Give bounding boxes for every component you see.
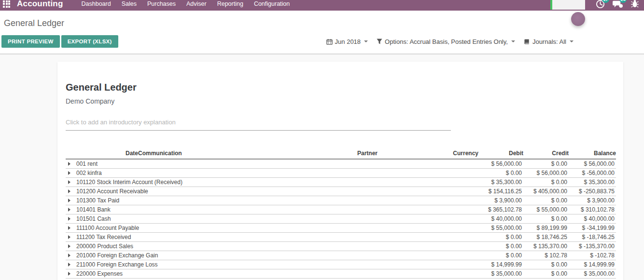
- ledger-row[interactable]: 220000 Expenses $ 35,000.00 $ 0.00 $ 35,…: [66, 269, 616, 278]
- balance-cell: $ -56,000.00: [569, 168, 616, 177]
- account-label[interactable]: 211000 Foreign Exchange Loss: [76, 260, 437, 269]
- balance-cell: $ -18,746.25: [569, 232, 616, 241]
- ledger-row[interactable]: 001 rent $ 56,000.00 $ 0.00 $ 56,000.00: [66, 159, 616, 168]
- messages-chat-icon[interactable]: 24: [612, 0, 623, 9]
- ledger-row[interactable]: 101401 Bank $ 365,102.78 $ 55,000.00 $ 3…: [66, 205, 616, 214]
- top-navbar: Accounting Dashboard Sales Purchases Adv…: [0, 0, 644, 11]
- ledger-row[interactable]: 101120 Stock Interim Account (Received) …: [66, 177, 616, 187]
- ledger-row[interactable]: 101300 Tax Paid $ 3,900.00 $ 0.00 $ 3,90…: [66, 196, 616, 205]
- report-company: Demo Company: [66, 97, 623, 105]
- currency-cell: [437, 196, 478, 205]
- ledger-row[interactable]: 101501 Cash $ 40,000.00 $ 0.00 $ 40,000.…: [66, 214, 616, 223]
- activities-clock-icon[interactable]: 17: [595, 0, 605, 9]
- expand-caret-icon[interactable]: [66, 232, 76, 241]
- credit-cell: $ 0.00: [523, 177, 569, 187]
- account-label[interactable]: 200000 Product Sales: [76, 241, 437, 251]
- expand-caret-icon[interactable]: [66, 241, 76, 251]
- apps-menu-icon[interactable]: [3, 0, 10, 8]
- menu-item-dashboard[interactable]: Dashboard: [82, 0, 111, 7]
- debit-cell: $ 14,999.99: [478, 260, 523, 269]
- expand-caret-icon[interactable]: [66, 187, 76, 196]
- credit-cell: $ 0.00: [523, 214, 569, 223]
- expand-caret-icon[interactable]: [66, 269, 76, 278]
- calendar-icon: [326, 39, 333, 45]
- debit-cell: $ 35,300.00: [478, 177, 523, 187]
- menu-item-purchases[interactable]: Purchases: [147, 0, 176, 7]
- user-avatar[interactable]: [571, 12, 585, 26]
- debit-cell: $ 0.00: [478, 168, 523, 177]
- expand-caret-icon[interactable]: [66, 260, 76, 269]
- balance-cell: $ -135,370.00: [569, 241, 616, 251]
- expand-caret-icon[interactable]: [66, 177, 76, 187]
- debit-cell: $ 154,116.25: [478, 187, 523, 196]
- account-label[interactable]: 201000 Foreign Exchange Gain: [76, 251, 437, 260]
- debit-cell: $ 365,102.78: [478, 205, 523, 214]
- credit-cell: $ 55,000.00: [523, 205, 569, 214]
- balance-cell: $ 3,900.00: [569, 196, 616, 205]
- report-filters: Jun 2018 Options: Accrual Basis, Posted …: [326, 38, 574, 45]
- account-label[interactable]: 001 rent: [76, 159, 437, 168]
- account-label[interactable]: 101501 Cash: [76, 214, 437, 223]
- expand-caret-icon[interactable]: [66, 251, 76, 260]
- intro-explanation-input[interactable]: Click to add an introductory explanation: [66, 119, 451, 131]
- bug-icon[interactable]: [630, 0, 640, 9]
- ledger-row[interactable]: 002 kinfra $ 0.00 $ 56,000.00 $ -56,000.…: [66, 168, 616, 177]
- credit-cell: $ 0.00: [523, 196, 569, 205]
- ledger-row[interactable]: 200000 Product Sales $ 0.00 $ 135,370.00…: [66, 241, 616, 251]
- account-label[interactable]: 101120 Stock Interim Account (Received): [76, 177, 437, 187]
- dropdown-caret-icon: [570, 40, 574, 42]
- export-xlsx-button[interactable]: EXPORT (XLSX): [61, 35, 118, 48]
- account-label[interactable]: 111100 Account Payable: [76, 223, 437, 232]
- ledger-row[interactable]: 111200 Tax Received $ 0.00 $ 18,746.25 $…: [66, 232, 616, 241]
- app-title[interactable]: Accounting: [17, 0, 63, 9]
- expand-caret-icon[interactable]: [66, 168, 76, 177]
- menu-item-configuration[interactable]: Configuration: [254, 0, 290, 7]
- ledger-row[interactable]: 211000 Foreign Exchange Loss $ 14,999.99…: [66, 260, 616, 269]
- currency-cell: [437, 205, 478, 214]
- expand-caret-icon[interactable]: [66, 205, 76, 214]
- ledger-header-row: Date Communication Partner Currency Debi…: [66, 149, 616, 159]
- menu-item-sales[interactable]: Sales: [122, 0, 137, 7]
- currency-cell: [437, 241, 478, 251]
- currency-cell: [437, 251, 478, 260]
- expand-caret-icon[interactable]: [66, 196, 76, 205]
- ledger-row[interactable]: 111100 Account Payable $ 55,000.00 $ 89,…: [66, 223, 616, 232]
- timer-widget[interactable]: [550, 0, 585, 10]
- ledger-row[interactable]: 201000 Foreign Exchange Gain $ 0.00 $ 10…: [66, 251, 616, 260]
- account-label[interactable]: 111200 Tax Received: [76, 232, 437, 241]
- currency-cell: [437, 177, 478, 187]
- menu-item-reporting[interactable]: Reporting: [217, 0, 243, 7]
- journal-book-icon: [524, 39, 530, 45]
- header-spacer: [66, 149, 76, 159]
- expand-caret-icon[interactable]: [66, 223, 76, 232]
- general-ledger-table: Date Communication Partner Currency Debi…: [66, 149, 616, 279]
- account-label[interactable]: 002 kinfra: [76, 168, 437, 177]
- breadcrumb: General Ledger: [0, 18, 644, 28]
- debit-cell: $ 40,000.00: [478, 214, 523, 223]
- filter-funnel-icon: [377, 39, 382, 44]
- date-filter-label: Jun 2018: [335, 38, 361, 45]
- menu-item-adviser[interactable]: Adviser: [186, 0, 207, 7]
- currency-cell: [437, 269, 478, 278]
- balance-cell: $ 40,000.00: [569, 214, 616, 223]
- main-menu: Dashboard Sales Purchases Adviser Report…: [82, 0, 290, 7]
- debit-cell: $ 3,900.00: [478, 196, 523, 205]
- currency-cell: [437, 159, 478, 168]
- debit-cell: $ 35,000.00: [478, 269, 523, 278]
- credit-cell: $ 0.00: [523, 260, 569, 269]
- expand-caret-icon[interactable]: [66, 159, 76, 168]
- balance-cell: $ 310,102.78: [569, 205, 616, 214]
- options-filter-dropdown[interactable]: Options: Accrual Basis, Posted Entries O…: [377, 38, 515, 45]
- ledger-row[interactable]: 101200 Account Receivable $ 154,116.25 $…: [66, 187, 616, 196]
- account-label[interactable]: 101401 Bank: [76, 205, 437, 214]
- debit-cell: $ 55,000.00: [478, 223, 523, 232]
- account-label[interactable]: 101200 Account Receivable: [76, 187, 437, 196]
- journals-filter-dropdown[interactable]: Journals: All: [524, 38, 574, 45]
- account-label[interactable]: 220000 Expenses: [76, 269, 437, 278]
- header-partner: Partner: [297, 149, 437, 159]
- currency-cell: [437, 214, 478, 223]
- date-filter-dropdown[interactable]: Jun 2018: [326, 38, 368, 45]
- account-label[interactable]: 101300 Tax Paid: [76, 196, 437, 205]
- print-preview-button[interactable]: PRINT PREVIEW: [1, 35, 60, 48]
- expand-caret-icon[interactable]: [66, 214, 76, 223]
